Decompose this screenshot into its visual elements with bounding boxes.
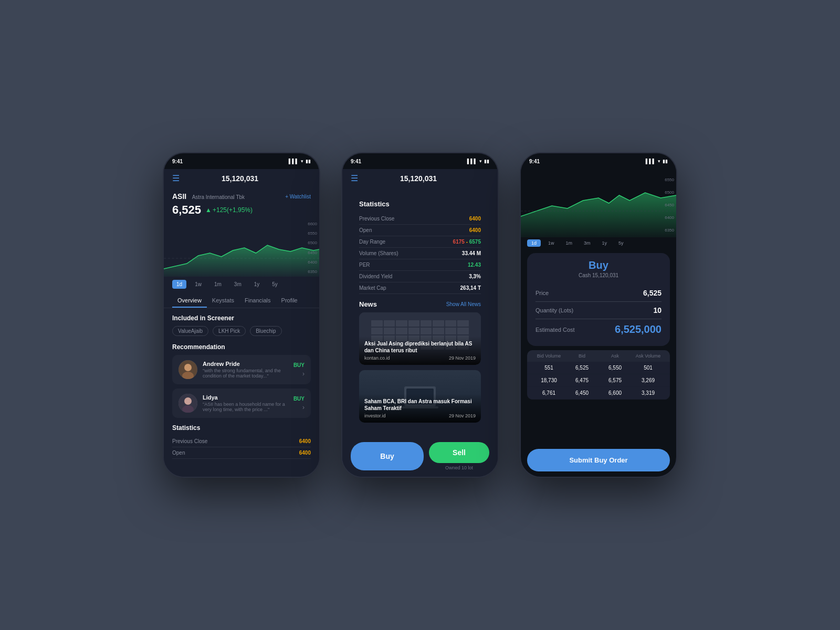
p2-stat-2: Open 6400: [359, 225, 481, 236]
status-time-1: 9:41: [172, 159, 183, 164]
estimated-cost-field: Estimated Cost 6,525,000: [536, 319, 662, 340]
status-bar-1: 9:41 ▌▌▌ ▾ ▮▮: [164, 153, 319, 169]
p3-time-tab-3m[interactable]: 3m: [580, 239, 595, 247]
tag-bluechip[interactable]: Bluechip: [250, 326, 281, 336]
wifi-icon-3: ▾: [658, 159, 660, 164]
app-header-1: ☰ 15,120,031: [164, 169, 319, 187]
time-tab-1w[interactable]: 1w: [191, 280, 206, 289]
statistics-table: Statistics Previous Close 6400 Open 6400…: [351, 194, 489, 300]
p2-stat-7: Market Cap 263,14 T: [359, 282, 481, 294]
menu-icon[interactable]: ☰: [172, 173, 180, 183]
quantity-label: Quantity (Lots): [536, 307, 573, 313]
svg-point-2: [184, 364, 192, 371]
stock-chart-3: 6550 6500 6450 6400 6350: [521, 169, 676, 237]
tag-valueajaib[interactable]: ValueAjaib: [172, 326, 208, 336]
wifi-icon: ▾: [301, 159, 303, 164]
balance-display-1: 15,120,031: [222, 174, 258, 183]
ob-row-3: 6,761 6,450 6,600 3,319: [527, 387, 670, 400]
time-tab-1y[interactable]: 1y: [250, 280, 264, 289]
phone-3: 9:41 ▌▌▌ ▾ ▮▮ 6550 6500: [520, 152, 677, 478]
rec-card-1[interactable]: Andrew Pride "with the strong fundamenta…: [172, 355, 311, 384]
rec-quote-2: "ASII has been a household name for a ve…: [203, 402, 288, 412]
overview-content: Included in Screener ValueAjaib LKH Pick…: [164, 308, 319, 477]
recommendation-title: Recommendation: [172, 343, 311, 351]
ob-header-ask: Ask: [598, 353, 632, 359]
screener-title: Included in Screener: [172, 314, 311, 322]
news-title: News: [359, 300, 377, 308]
ob-row-1: 551 6,525 6,550 501: [527, 362, 670, 374]
p3-time-tab-1w[interactable]: 1w: [544, 239, 559, 247]
news-meta-2: investor.id 29 Nov 2019: [364, 413, 476, 418]
p2-stat-3: Day Range 6175 - 6575: [359, 236, 481, 248]
sell-button[interactable]: Sell: [429, 442, 489, 463]
battery-icon-2: ▮▮: [484, 159, 489, 164]
tag-lkhpick[interactable]: LKH Pick: [213, 326, 246, 336]
ob-row-2: 18,730 6,475 6,575 3,269: [527, 374, 670, 387]
up-arrow-icon: ▲: [205, 206, 212, 214]
p3-time-tab-5y[interactable]: 5y: [614, 239, 628, 247]
p3-time-tab-1d[interactable]: 1d: [527, 239, 541, 247]
phone-1: 9:41 ▌▌▌ ▾ ▮▮ ☰ 15,120,031 ASII Astra In…: [163, 152, 320, 478]
tab-profile[interactable]: Profile: [276, 294, 303, 308]
p2-stat-1: Previous Close 6400: [359, 213, 481, 225]
balance-display-2: 15,120,031: [400, 174, 437, 183]
time-tab-1m[interactable]: 1m: [210, 280, 226, 289]
status-time-3: 9:41: [529, 159, 540, 164]
rec-avatar-2: [178, 394, 197, 413]
price-field: Price 6,525: [536, 285, 662, 302]
time-tab-1d[interactable]: 1d: [172, 280, 186, 289]
news-card-1[interactable]: Aksi Jual Asing diprediksi berlanjut bil…: [359, 312, 481, 365]
order-book: Bid Volume Bid Ask Ask Volume 551 6,525 …: [527, 350, 670, 400]
sell-container: Sell Owned 10 lot: [429, 442, 489, 470]
p2-stat-5: PER 12.43: [359, 259, 481, 271]
submit-buy-order-button[interactable]: Submit Buy Order: [527, 449, 670, 471]
buy-panel: Buy Cash 15,120,031 Price 6,525 Quantity…: [527, 253, 670, 346]
statistics-title-1: Statistics: [172, 424, 311, 432]
tab-overview[interactable]: Overview: [172, 294, 207, 308]
action-buttons: Buy Sell Owned 10 lot: [342, 436, 498, 477]
time-tabs-3: 1d 1w 1m 3m 1y 5y: [521, 237, 676, 249]
tab-keystats[interactable]: Keystats: [207, 294, 239, 308]
p2-stat-6: Dividend Yield 3,3%: [359, 271, 481, 282]
rec-name-1: Andrew Pride: [203, 361, 288, 367]
status-bar-2: 9:41 ▌▌▌ ▾ ▮▮: [342, 153, 498, 169]
news-headline-2: Saham BCA, BRI dan Astra masuk Formasi S…: [364, 398, 476, 412]
stock-price: 6,525: [172, 203, 201, 217]
menu-icon-2[interactable]: ☰: [351, 173, 358, 183]
phone-2: 9:41 ▌▌▌ ▾ ▮▮ ☰ 15,120,031 Statistics Pr…: [341, 152, 499, 478]
stats-section-title: Statistics: [359, 200, 481, 208]
signal-icon-3: ▌▌▌: [646, 159, 656, 164]
est-cost-value: 6,525,000: [615, 323, 662, 335]
quantity-value[interactable]: 10: [653, 306, 662, 314]
signal-icon: ▌▌▌: [289, 159, 299, 164]
news-card-2[interactable]: Saham BCA, BRI dan Astra masuk Formasi S…: [359, 370, 481, 423]
add-watchlist-button[interactable]: + Watchlist: [285, 194, 311, 200]
news-header: News Show All News: [351, 300, 489, 308]
news-headline-1: Aksi Jual Asing diprediksi berlanjut bil…: [364, 340, 476, 354]
rec-card-2[interactable]: Lidya "ASII has been a household name fo…: [172, 388, 311, 418]
quantity-field: Quantity (Lots) 10: [536, 302, 662, 319]
stock-change: ▲ +125(+1,95%): [205, 206, 253, 214]
nav-tabs-1: Overview Keystats Financials Profile: [164, 292, 319, 308]
price-label: Price: [536, 290, 549, 296]
rec-name-2: Lidya: [203, 394, 288, 401]
rec-quote-1: "with the strong fundamental, and the co…: [203, 368, 288, 379]
p3-time-tab-1y[interactable]: 1y: [598, 239, 612, 247]
time-tab-5y[interactable]: 5y: [268, 280, 282, 289]
battery-icon-3: ▮▮: [663, 159, 668, 164]
est-cost-label: Estimated Cost: [536, 327, 575, 333]
svg-point-5: [184, 397, 192, 405]
stat-open: Open 6400: [172, 447, 311, 459]
wifi-icon-2: ▾: [479, 159, 482, 164]
status-icons-2: ▌▌▌ ▾ ▮▮: [467, 159, 489, 164]
price-value[interactable]: 6,525: [643, 289, 662, 297]
statistics-content: Statistics Previous Close 6400 Open 6400…: [342, 187, 498, 436]
p3-time-tab-1m[interactable]: 1m: [562, 239, 577, 247]
status-icons-1: ▌▌▌ ▾ ▮▮: [289, 159, 311, 164]
time-tab-3m[interactable]: 3m: [230, 280, 246, 289]
show-all-news-button[interactable]: Show All News: [446, 301, 481, 307]
stock-ticker: ASII: [172, 192, 186, 201]
buy-button[interactable]: Buy: [351, 442, 424, 470]
stock-info-1: ASII Astra International Tbk + Watchlist…: [164, 187, 319, 219]
tab-financials[interactable]: Financials: [239, 294, 276, 308]
